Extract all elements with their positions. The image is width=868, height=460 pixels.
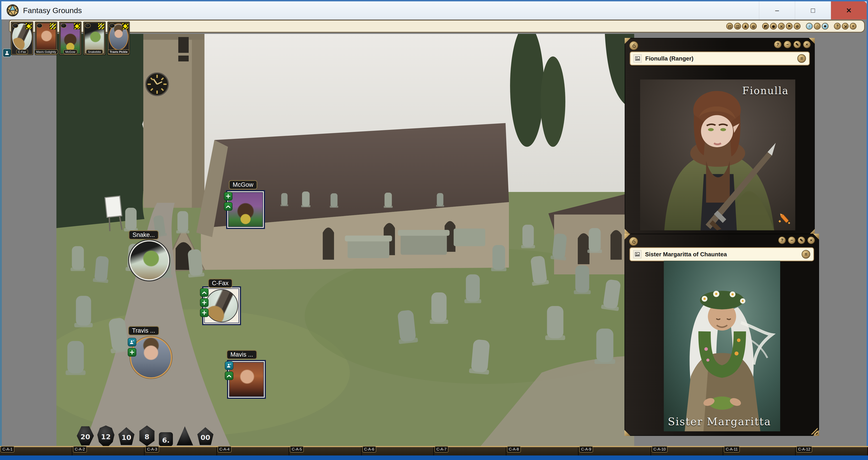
window-left-edge [0,20,2,454]
close-button[interactable]: × [807,236,815,244]
portrait-name: Travis Pickle [107,50,129,54]
picture-icon [633,54,642,62]
character-window-fionulla: ? − ✎ × Fionulla (Ranger) ≡ [625,38,815,235]
portrait-mcgow[interactable]: McGow [59,22,82,55]
d10-die[interactable]: 10 [118,427,135,446]
close-button[interactable]: ✕ [831,1,867,20]
restore-windows-button[interactable]: ⇲ [842,23,848,30]
app-logo-icon [6,4,19,17]
portrait-snakebite[interactable]: 2 Snakebite [83,22,105,55]
close-all-button[interactable]: × [850,23,857,30]
token-nameplate: C-Fax [208,279,232,288]
fg-logo-button[interactable] [629,41,638,50]
edit-button[interactable]: ✎ [793,41,801,48]
toolbar-group-pointers: ◩ ◉ ⚔ ⚑ ⊘ [762,23,801,30]
maximize-button[interactable]: □ [795,1,831,20]
hotkey-slot[interactable]: C-A-3 [145,447,217,456]
app-title: Fantasy Grounds [23,6,82,15]
edit-button[interactable]: ✎ [798,236,805,244]
map-image [56,34,634,446]
hotkey-slot[interactable]: C-A-9 [579,447,651,456]
clear-pointers-button[interactable]: ⊘ [794,23,801,30]
focus-target-button[interactable]: ◎ [750,23,757,30]
party-portrait-bar: C-Fax 2 Mavis Golightly McGow 2 Snakebit… [11,22,130,55]
status-lamp-icon [37,23,42,28]
portrait-name: Mavis Golightly [34,50,58,54]
help-button[interactable]: ? [778,236,786,244]
d100-die[interactable]: 00 [197,427,214,446]
token-snakebite[interactable] [129,240,169,281]
record-camera-button[interactable]: ◫ [734,23,741,30]
d4-die[interactable] [176,426,193,446]
map-pin-button[interactable]: ♀ [806,23,813,30]
hotkey-slot[interactable]: C-A-11 [723,447,796,456]
menu-button[interactable]: ≡ [802,250,810,259]
d20-die[interactable]: 20 [77,426,94,446]
hotkey-slot[interactable]: C-A-12 [796,447,868,456]
toolbar-group-tools: ♀ ∴ ☻ [806,23,829,30]
token-badges [225,361,234,380]
hotkey-slot[interactable]: C-A-5 [289,447,362,456]
corner-ornament [624,234,630,239]
help-button[interactable]: ? [834,23,841,30]
heal-badge-icon [200,298,209,307]
window-buttons: ? − ✎ × [778,236,815,244]
status-lamp-icon [61,23,67,28]
character-select-button[interactable]: ♟ [742,23,749,30]
heal-badge-icon [224,192,232,201]
diamond-badge-icon [26,23,32,29]
portrait-travis[interactable]: Travis Pickle [107,22,130,55]
menu-button[interactable]: ≡ [797,54,806,63]
toolbar-group-view: ◰ ◫ ♟ ◎ [726,23,757,30]
character-name-field[interactable]: Fionulla (Ranger) ≡ [630,52,810,65]
heal-badge-icon [128,348,136,356]
token-nameplate: Mavis ... [226,350,257,359]
title-bar: Fantasy Grounds – □ ✕ [0,0,868,20]
hotkey-slot[interactable]: C-A-2 [72,447,145,456]
hotkey-slot[interactable]: C-A-1 [0,447,72,456]
attack-pointer-button[interactable]: ⚔ [778,23,785,30]
target-reticle-button[interactable]: ◉ [770,23,777,30]
defense-badge-icon [225,372,234,380]
hotkey-slot[interactable]: C-A-10 [651,447,723,456]
minimize-button[interactable]: – [759,1,795,20]
d12-die[interactable]: 12 [97,426,115,446]
user-identity-button[interactable] [3,49,11,57]
hotkey-slot[interactable]: C-A-4 [217,447,289,456]
portrait-mavis[interactable]: 2 Mavis Golightly [35,22,57,55]
map-canvas[interactable] [56,34,634,446]
portrait-cfax[interactable]: C-Fax [11,22,33,55]
heal-badge-icon [200,309,209,317]
minimize-button[interactable]: − [788,236,796,244]
token-nameplate: McGow [229,180,257,190]
close-button[interactable]: × [803,41,811,48]
fit-map-button[interactable]: ◰ [726,23,733,30]
character-name-field[interactable]: Sister Margaritta of Chauntea ≡ [629,247,814,261]
picture-icon [633,250,642,258]
window-buttons: ? − ✎ × [774,41,811,48]
resize-grip[interactable] [811,428,818,434]
hotkey-slot[interactable]: C-A-8 [506,447,579,456]
help-button[interactable]: ? [774,41,781,48]
window-controls: – □ ✕ [759,1,867,20]
toolbar-group-window: ? ⇲ × [834,23,857,30]
minimize-button[interactable]: − [783,41,791,48]
pointer-select-button[interactable]: ◩ [762,23,769,30]
count-badge: 2 [50,23,56,29]
dice-tower-button[interactable]: ∴ [814,23,820,30]
d6-die[interactable]: 6. [159,432,173,446]
hotkey-slot[interactable]: C-A-7 [434,447,506,456]
token-nameplate: Travis ... [128,326,159,335]
token-badges [224,192,232,211]
character-window-margaritta: ? − ✎ × Sister Margaritta of Chauntea ≡ [624,234,819,436]
flag-pointer-button[interactable]: ⚑ [786,23,793,30]
fg-logo-button[interactable] [629,237,638,246]
hotkey-slot[interactable]: C-A-6 [362,447,434,456]
buff-badge-icon [128,338,136,346]
status-lamp-icon [12,23,18,28]
window-right-edge [867,20,868,454]
party-vision-button[interactable]: ☻ [822,23,829,30]
fantasy-grounds-window: Fantasy Grounds – □ ✕ [0,0,868,460]
count-badge: 2 [98,23,104,29]
d8-die[interactable]: 8 [138,426,155,446]
